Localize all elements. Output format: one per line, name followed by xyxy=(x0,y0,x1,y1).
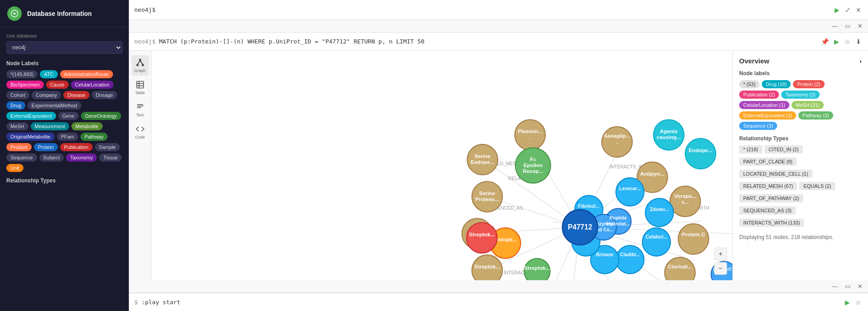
app-logo xyxy=(7,6,22,21)
tag-sample[interactable]: Sample xyxy=(95,143,120,151)
ov-tag-protein[interactable]: Protein (2) xyxy=(793,80,824,88)
sidebar-title: Database Information xyxy=(27,10,92,17)
bottom-star-button[interactable]: ☆ xyxy=(854,297,863,307)
ov-tag-all[interactable]: * (53) xyxy=(739,80,760,88)
svg-text:Endope...: Endope... xyxy=(471,159,495,165)
bottom-input[interactable] xyxy=(142,299,840,306)
svg-text:Agents: Agents xyxy=(660,128,678,134)
rel-equals[interactable]: EQUALS (2) xyxy=(799,182,835,190)
tag-all[interactable]: *(145,883) xyxy=(6,70,38,78)
table-panel-btn[interactable]: Table xyxy=(132,77,149,98)
top-bar-input[interactable] xyxy=(134,6,830,13)
svg-text:Clorindi...: Clorindi... xyxy=(668,263,692,269)
svg-text:Peptide: Peptide xyxy=(610,215,627,220)
query-star-icon[interactable]: ☆ xyxy=(843,37,852,47)
tag-tissue[interactable]: Tissue xyxy=(99,153,122,162)
tag-unit[interactable]: Unit xyxy=(6,164,24,172)
minimize-icon[interactable]: — xyxy=(830,22,840,30)
tag-biospecimen[interactable]: BioSpecimen xyxy=(6,81,44,89)
tag-gene[interactable]: Gene xyxy=(58,112,79,120)
sidebar-header: Database Information xyxy=(0,0,129,28)
ov-tag-publication[interactable]: Publication (2) xyxy=(739,91,779,99)
rel-part-of-clade[interactable]: PART_OF_CLADE (8) xyxy=(739,158,797,166)
tag-original-metabolite[interactable]: OriginalMetabolite xyxy=(6,133,55,141)
text-panel-btn[interactable]: Text xyxy=(132,100,149,120)
tag-atc[interactable]: ATC xyxy=(40,70,57,78)
svg-text:causing...: causing... xyxy=(656,134,681,140)
tag-company[interactable]: Company xyxy=(32,91,61,99)
ov-tag-taxonomy[interactable]: Taxonomy (2) xyxy=(781,91,820,99)
close-icon[interactable]: ✕ xyxy=(856,22,864,30)
query-download-icon[interactable]: ⬇ xyxy=(854,37,863,47)
tag-admin-route[interactable]: AdministrationRoute xyxy=(60,70,113,78)
rel-all[interactable]: * (218) xyxy=(739,145,762,153)
tag-dosage[interactable]: Dosage xyxy=(92,91,117,99)
bottom-restore-icon[interactable]: ▭ xyxy=(843,282,852,291)
graph-area[interactable]: RELATED_MESH RELATED_MESH SEQUENCED_AS I… xyxy=(151,51,732,280)
sidebar: Database Information Use database neo4j … xyxy=(0,0,129,311)
bottom-minimize-icon[interactable]: — xyxy=(830,282,840,291)
rel-cited-in[interactable]: CITED_IN (2) xyxy=(764,145,803,153)
left-panel: Graph Table Text xyxy=(129,51,151,280)
rel-part-of-pathway[interactable]: PART_OF_PATHWAY (2) xyxy=(739,194,803,202)
code-panel-btn[interactable]: Code xyxy=(132,122,149,142)
tag-metabolite[interactable]: Metabolite xyxy=(71,122,103,130)
tag-pfam[interactable]: PFam xyxy=(57,133,78,141)
ov-tag-external-equivalent[interactable]: ExternalEquivalent (2) xyxy=(739,111,796,120)
tag-celular-location[interactable]: CelularLocation xyxy=(71,81,113,89)
use-database-label: Use database xyxy=(6,33,123,38)
tag-cohort[interactable]: Cohort xyxy=(6,91,29,99)
database-select[interactable]: neo4j xyxy=(6,41,123,54)
expand-button[interactable]: ⤢ xyxy=(844,5,852,15)
overview-expand-icon[interactable]: › xyxy=(859,57,862,65)
svg-text:Streptok...: Streptok... xyxy=(474,263,500,269)
tag-gene-ontology[interactable]: GeneOntology xyxy=(81,112,121,120)
close-button[interactable]: ✕ xyxy=(854,5,863,15)
tag-sequence[interactable]: Sequence xyxy=(6,153,37,162)
play-button[interactable]: ▶ xyxy=(833,5,841,15)
svg-point-2 xyxy=(137,64,138,66)
ov-tag-mesh[interactable]: MeSH (21) xyxy=(792,101,824,109)
tag-drug[interactable]: Drug xyxy=(6,101,25,110)
top-bar-actions: ▶ ⤢ ✕ xyxy=(833,5,863,15)
rel-related-mesh[interactable]: RELATED_MESH (67) xyxy=(739,182,797,190)
restore-icon[interactable]: ▭ xyxy=(843,22,852,30)
tag-publication[interactable]: Publication xyxy=(60,143,93,151)
tag-product[interactable]: Product xyxy=(6,143,32,151)
tag-disease[interactable]: Disease xyxy=(63,91,90,99)
ov-tag-celular-location[interactable]: CelularLocation (1) xyxy=(739,101,789,109)
tag-subject[interactable]: Subject xyxy=(39,153,64,162)
svg-text:Antipyri...: Antipyri... xyxy=(640,171,665,177)
ov-tag-pathway[interactable]: Pathway (2) xyxy=(798,111,833,120)
tag-mesh[interactable]: MeSH xyxy=(6,122,28,130)
tag-cause[interactable]: Cause xyxy=(46,81,69,89)
svg-text:Fibrinol...: Fibrinol... xyxy=(578,204,599,209)
node-p47712-label: P47712 xyxy=(568,223,592,231)
ov-tag-sequence[interactable]: Sequence (3) xyxy=(739,122,777,130)
zoom-in-button[interactable]: + xyxy=(714,248,727,260)
query-play-button[interactable]: ▶ xyxy=(833,37,840,47)
svg-text:.: . xyxy=(616,139,618,144)
tag-external-equivalent[interactable]: ExternalEquivalent xyxy=(6,112,56,120)
zoom-out-button[interactable]: − xyxy=(714,262,727,275)
query-pin-icon[interactable]: 📌 xyxy=(820,37,830,47)
tag-pathway[interactable]: Pathway xyxy=(80,133,108,141)
graph-svg: RELATED_MESH RELATED_MESH SEQUENCED_AS I… xyxy=(151,51,732,280)
tag-protein[interactable]: Protein xyxy=(34,143,58,151)
rel-interacts-with[interactable]: INTERACTS_WITH (133) xyxy=(739,219,804,227)
tag-taxonomy[interactable]: Taxonomy xyxy=(66,153,97,162)
graph-panel-btn[interactable]: Graph xyxy=(132,55,149,76)
svg-point-111 xyxy=(642,228,670,256)
svg-text:Fc: Fc xyxy=(530,156,536,162)
bottom-close-icon[interactable]: ✕ xyxy=(856,282,864,291)
overview-node-labels: * (53) Drug (18) Protein (2) Publication… xyxy=(739,80,862,130)
rel-sequenced-as[interactable]: SEQUENCED_AS (3) xyxy=(739,206,796,215)
query-prompt: neo4j$ xyxy=(134,38,156,45)
bottom-play-button[interactable]: ▶ xyxy=(844,297,851,307)
db-select-wrap: neo4j xyxy=(6,41,123,54)
svg-text:Epsilon: Epsilon xyxy=(524,162,542,168)
rel-located-inside-cell[interactable]: LOCATED_INSIDE_CELL (1) xyxy=(739,170,812,178)
tag-experimental-method[interactable]: ExperimentalMethod xyxy=(28,101,81,110)
ov-tag-drug[interactable]: Drug (18) xyxy=(762,80,791,88)
tag-measurement[interactable]: Measurement xyxy=(31,122,69,130)
